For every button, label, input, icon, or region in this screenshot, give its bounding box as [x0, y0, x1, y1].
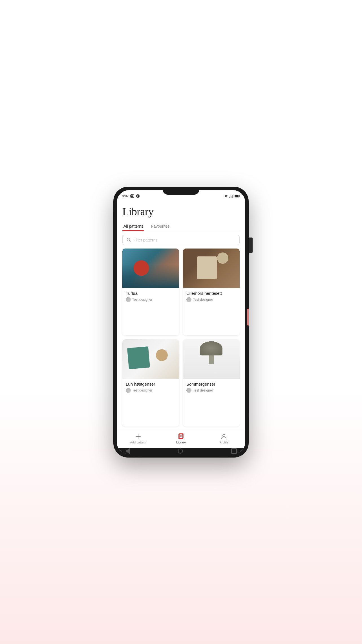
- pattern-info-turlua: Turlua Test designer: [122, 288, 179, 305]
- app-icon: P: [136, 194, 140, 198]
- page-header: Library All patterns Favourites: [117, 200, 245, 235]
- patterns-grid: Turlua Test designer Lillemors hentesett: [117, 249, 245, 429]
- pattern-card-sommer[interactable]: Sommergenser Test designer: [183, 339, 240, 427]
- pattern-name-lun: Lun høstgenser: [126, 382, 176, 386]
- designer-avatar-lillemors: [186, 297, 191, 302]
- designer-avatar-lun: [126, 388, 131, 393]
- pattern-designer-turlua: Test designer: [126, 297, 176, 302]
- nav-label-library: Library: [176, 441, 186, 444]
- tab-all-patterns[interactable]: All patterns: [122, 222, 144, 231]
- svg-rect-5: [231, 196, 231, 198]
- bottom-nav: Add pattern Library: [117, 429, 245, 448]
- phone-screen: 8:02 P: [117, 190, 245, 454]
- profile-icon: [220, 433, 227, 440]
- designer-avatar-turlua: [126, 297, 131, 302]
- nav-item-add[interactable]: Add pattern: [117, 433, 160, 444]
- svg-rect-1: [131, 195, 133, 197]
- nav-item-library[interactable]: Library: [160, 433, 202, 444]
- svg-rect-4: [229, 197, 230, 198]
- status-right: [224, 194, 240, 198]
- search-container: Filter patterns: [117, 235, 245, 249]
- search-placeholder: Filter patterns: [133, 238, 158, 242]
- app-content: Library All patterns Favourites: [117, 200, 245, 448]
- battery-icon: [235, 194, 240, 198]
- pattern-name-lillemors: Lillemors hentesett: [186, 291, 236, 296]
- phone-notch: [163, 187, 199, 195]
- designer-name-lun: Test designer: [132, 388, 152, 392]
- tab-favourites[interactable]: Favourites: [150, 222, 171, 231]
- status-left: 8:02 P: [122, 194, 140, 198]
- svg-text:P: P: [137, 195, 139, 197]
- sim-icon: [130, 194, 134, 198]
- search-icon: [127, 238, 131, 242]
- svg-rect-10: [235, 195, 239, 197]
- page-title: Library: [122, 205, 240, 218]
- wifi-icon: [224, 194, 228, 198]
- tabs-container: All patterns Favourites: [122, 222, 240, 231]
- pattern-card-lillemors[interactable]: Lillemors hentesett Test designer: [183, 249, 240, 336]
- search-box[interactable]: Filter patterns: [122, 235, 240, 245]
- svg-rect-9: [240, 195, 240, 197]
- svg-rect-6: [232, 195, 233, 198]
- signal-icon: [229, 194, 233, 198]
- svg-rect-7: [233, 194, 233, 198]
- pattern-designer-lun: Test designer: [126, 388, 176, 393]
- designer-name-sommer: Test designer: [193, 388, 213, 392]
- pattern-info-lun: Lun høstgenser Test designer: [122, 379, 179, 396]
- status-time: 8:02: [122, 194, 129, 198]
- phone-mockup: 8:02 P: [113, 187, 249, 458]
- pattern-info-sommer: Sommergenser Test designer: [183, 379, 240, 396]
- pattern-info-lillemors: Lillemors hentesett Test designer: [183, 288, 240, 305]
- home-indicator-area: [117, 448, 245, 454]
- volume-button: [249, 238, 253, 253]
- back-button[interactable]: [125, 448, 130, 454]
- pattern-card-turlua[interactable]: Turlua Test designer: [122, 249, 179, 336]
- nav-label-add: Add pattern: [130, 441, 146, 444]
- svg-line-12: [130, 241, 131, 242]
- recents-button[interactable]: [231, 448, 237, 454]
- library-icon: [178, 433, 184, 440]
- pattern-name-turlua: Turlua: [126, 291, 176, 296]
- nav-label-profile: Profile: [219, 441, 228, 444]
- pattern-image-turlua: [122, 249, 179, 288]
- pattern-designer-sommer: Test designer: [186, 388, 236, 393]
- plus-icon: [135, 433, 142, 440]
- scroll-indicator: [247, 309, 249, 326]
- pattern-card-lun[interactable]: Lun høstgenser Test designer: [122, 339, 179, 427]
- pattern-image-lillemors: [183, 249, 240, 288]
- home-button[interactable]: [178, 449, 183, 454]
- pattern-image-lun: [122, 339, 179, 379]
- svg-point-19: [223, 434, 225, 436]
- pattern-name-sommer: Sommergenser: [186, 382, 236, 386]
- designer-name-lillemors: Test designer: [193, 298, 213, 302]
- nav-item-profile[interactable]: Profile: [202, 433, 245, 444]
- pattern-image-sommer: [183, 339, 240, 379]
- designer-name-turlua: Test designer: [132, 298, 152, 302]
- pattern-designer-lillemors: Test designer: [186, 297, 236, 302]
- designer-avatar-sommer: [186, 388, 191, 393]
